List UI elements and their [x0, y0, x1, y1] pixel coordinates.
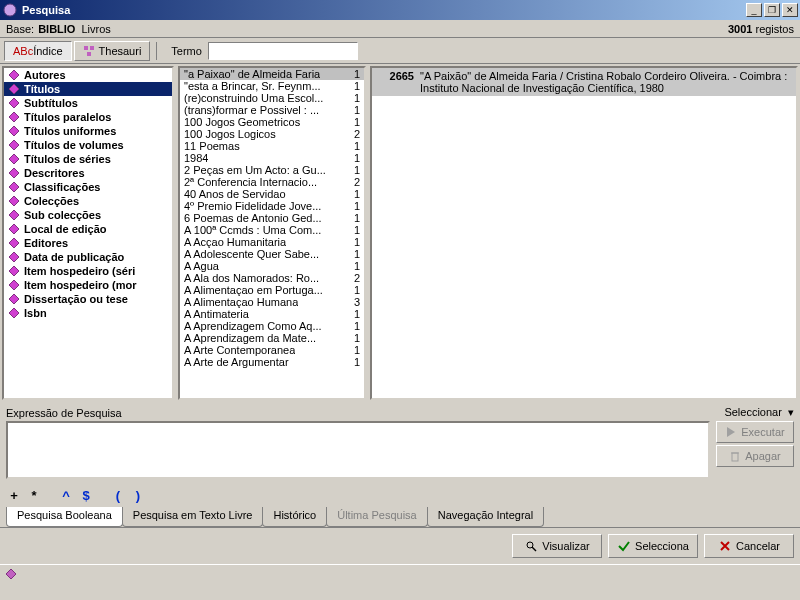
- indices-panel[interactable]: AutoresTítulosSubtítulosTítulos paralelo…: [2, 66, 174, 400]
- operator-)[interactable]: ): [130, 487, 146, 503]
- term-row[interactable]: (trans)formar e Possivel : ...1: [180, 104, 364, 116]
- diamond-icon: [8, 125, 20, 137]
- toolbar: ABcÍndice Thesauri Termo: [0, 38, 800, 64]
- index-label: Títulos de volumes: [24, 139, 124, 151]
- term-row[interactable]: A Alimentaçao em Portuga...1: [180, 284, 364, 296]
- index-item[interactable]: Isbn: [4, 306, 172, 320]
- index-label: Autores: [24, 69, 66, 81]
- index-item[interactable]: Sub colecções: [4, 208, 172, 222]
- term-count: 1: [354, 224, 360, 236]
- term-row[interactable]: 11 Poemas1: [180, 140, 364, 152]
- index-item[interactable]: Local de edição: [4, 222, 172, 236]
- index-label: Sub colecções: [24, 209, 101, 221]
- term-text: 11 Poemas: [184, 140, 240, 152]
- term-row[interactable]: 100 Jogos Logicos2: [180, 128, 364, 140]
- diamond-icon: [8, 209, 20, 221]
- term-count: 1: [354, 320, 360, 332]
- svg-marker-14: [9, 210, 19, 220]
- termo-input[interactable]: [208, 42, 358, 60]
- term-row[interactable]: 6 Poemas de Antonio Ged...1: [180, 212, 364, 224]
- seleccionar-dropdown[interactable]: Seleccionar ▾: [724, 406, 794, 419]
- term-count: 1: [354, 284, 360, 296]
- tab[interactable]: Histórico: [262, 507, 327, 527]
- term-row[interactable]: 4º Premio Fidelidade Jove...1: [180, 200, 364, 212]
- index-label: Títulos: [24, 83, 60, 95]
- indice-button[interactable]: ABcÍndice: [4, 41, 72, 61]
- term-row[interactable]: (re)construindo Uma Escol...1: [180, 92, 364, 104]
- term-row[interactable]: A Aprendizagem da Mate...1: [180, 332, 364, 344]
- index-item[interactable]: Subtítulos: [4, 96, 172, 110]
- terms-panel[interactable]: "a Paixao" de Almeida Faria1"esta a Brin…: [178, 66, 366, 400]
- term-row[interactable]: "esta a Brincar, Sr. Feynm...1: [180, 80, 364, 92]
- svg-marker-20: [9, 294, 19, 304]
- main-area: AutoresTítulosSubtítulosTítulos paralelo…: [0, 64, 800, 402]
- index-label: Item hospedeiro (mor: [24, 279, 136, 291]
- index-item[interactable]: Item hospedeiro (mor: [4, 278, 172, 292]
- details-panel[interactable]: 2665 "A Paixão" de Almeida Faria / Crist…: [370, 66, 798, 400]
- operator-^[interactable]: ^: [58, 487, 74, 503]
- term-row[interactable]: "a Paixao" de Almeida Faria1: [180, 68, 364, 80]
- apagar-button[interactable]: Apagar: [716, 445, 794, 467]
- term-count: 1: [354, 200, 360, 212]
- svg-marker-26: [6, 569, 16, 579]
- term-row[interactable]: A Aprendizagem Como Aq...1: [180, 320, 364, 332]
- term-text: "esta a Brincar, Sr. Feynm...: [184, 80, 321, 92]
- index-item[interactable]: Autores: [4, 68, 172, 82]
- index-item[interactable]: Títulos paralelos: [4, 110, 172, 124]
- term-row[interactable]: A Ala dos Namorados: Ro...2: [180, 272, 364, 284]
- term-row[interactable]: 2 Peças em Um Acto: a Gu...1: [180, 164, 364, 176]
- visualizar-button[interactable]: Visualizar: [512, 534, 602, 558]
- index-item[interactable]: Títulos de séries: [4, 152, 172, 166]
- operator-*[interactable]: *: [26, 487, 42, 503]
- base-label: Base:: [6, 23, 34, 35]
- minimize-button[interactable]: _: [746, 3, 762, 17]
- diamond-icon: [8, 111, 20, 123]
- close-button[interactable]: ✕: [782, 3, 798, 17]
- term-row[interactable]: A Antimateria1: [180, 308, 364, 320]
- index-item[interactable]: Títulos uniformes: [4, 124, 172, 138]
- term-row[interactable]: A Arte de Argumentar1: [180, 356, 364, 368]
- index-item[interactable]: Colecções: [4, 194, 172, 208]
- svg-marker-19: [9, 280, 19, 290]
- tab[interactable]: Navegação Integral: [427, 507, 544, 527]
- term-row[interactable]: A Arte Contemporanea1: [180, 344, 364, 356]
- term-row[interactable]: A Agua1: [180, 260, 364, 272]
- term-row[interactable]: 19841: [180, 152, 364, 164]
- thesauri-button[interactable]: Thesauri: [74, 41, 151, 61]
- index-item[interactable]: Item hospedeiro (séri: [4, 264, 172, 278]
- term-row[interactable]: 100 Jogos Geometricos1: [180, 116, 364, 128]
- term-row[interactable]: A Acçao Humanitaria1: [180, 236, 364, 248]
- term-text: "a Paixao" de Almeida Faria: [184, 68, 320, 80]
- operator-+[interactable]: +: [6, 487, 22, 503]
- term-row[interactable]: A 100ª Ccmds : Uma Com...1: [180, 224, 364, 236]
- index-item[interactable]: Editores: [4, 236, 172, 250]
- index-item[interactable]: Títulos de volumes: [4, 138, 172, 152]
- term-row[interactable]: 40 Anos de Servidao1: [180, 188, 364, 200]
- index-label: Isbn: [24, 307, 47, 319]
- maximize-button[interactable]: ❐: [764, 3, 780, 17]
- cancelar-button[interactable]: Cancelar: [704, 534, 794, 558]
- index-item[interactable]: Descritores: [4, 166, 172, 180]
- svg-marker-8: [9, 126, 19, 136]
- index-item[interactable]: Data de publicação: [4, 250, 172, 264]
- record-text: "A Paixão" de Almeida Faria / Cristina R…: [420, 70, 790, 94]
- diamond-icon: [8, 139, 20, 151]
- executar-button[interactable]: Executar: [716, 421, 794, 443]
- term-row[interactable]: A Alimentaçao Humana3: [180, 296, 364, 308]
- index-label: Editores: [24, 237, 68, 249]
- term-text: A Alimentaçao em Portuga...: [184, 284, 323, 296]
- term-count: 1: [354, 92, 360, 104]
- operator-([interactable]: (: [110, 487, 126, 503]
- index-item[interactable]: Classificações: [4, 180, 172, 194]
- tab[interactable]: Pesquisa em Texto Livre: [122, 507, 264, 527]
- term-text: A Adolescente Quer Sabe...: [184, 248, 319, 260]
- term-row[interactable]: A Adolescente Quer Sabe...1: [180, 248, 364, 260]
- selecciona-button[interactable]: Selecciona: [608, 534, 698, 558]
- expression-textarea[interactable]: [6, 421, 710, 479]
- tab[interactable]: Pesquisa Booleana: [6, 507, 123, 527]
- record-item[interactable]: 2665 "A Paixão" de Almeida Faria / Crist…: [372, 68, 796, 96]
- index-item[interactable]: Dissertação ou tese: [4, 292, 172, 306]
- operator-$[interactable]: $: [78, 487, 94, 503]
- index-item[interactable]: Títulos: [4, 82, 172, 96]
- term-row[interactable]: 2ª Conferencia Internacio...2: [180, 176, 364, 188]
